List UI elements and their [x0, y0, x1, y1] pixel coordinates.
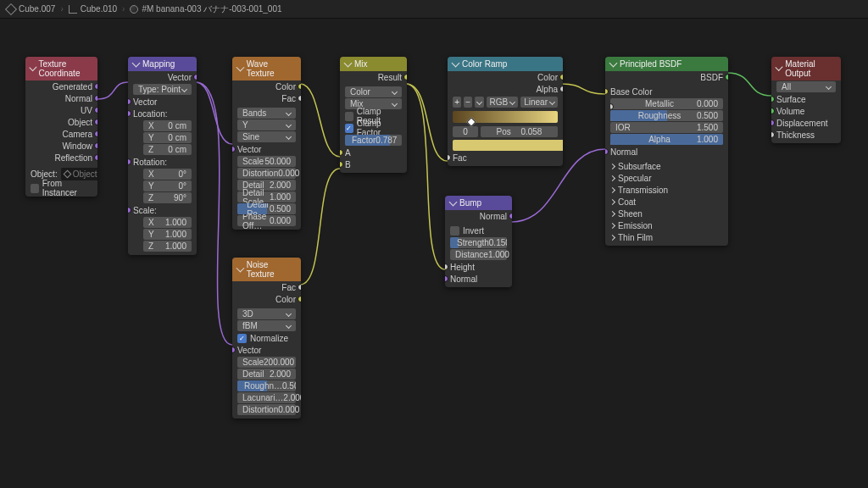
checkbox-icon[interactable]	[345, 124, 353, 133]
add-stop-button[interactable]: +	[453, 97, 461, 108]
rot-x[interactable]: X0°	[143, 169, 192, 180]
noise-scale[interactable]: Scale200.000	[237, 357, 296, 368]
output-fac[interactable]: Fac	[232, 92, 301, 104]
checkbox-icon[interactable]	[237, 334, 247, 343]
node-color-ramp[interactable]: Color Ramp Color Alpha + − RGB Linear 0 …	[448, 57, 563, 166]
noise-distortion[interactable]: Distortion0.000	[237, 404, 296, 415]
noise-lacunarity[interactable]: Lacunari…2.000	[237, 392, 296, 403]
group-specular[interactable]: Specular	[605, 172, 728, 184]
scl-y[interactable]: Y1.000	[143, 229, 192, 240]
wave-phase[interactable]: Phase Off…0.000	[237, 215, 296, 226]
node-noise-texture[interactable]: Noise Texture Fac Color 3D fBM Normalize…	[232, 258, 301, 419]
rot-y[interactable]: Y0°	[143, 180, 192, 191]
output-alpha[interactable]: Alpha	[448, 83, 563, 95]
ramp-gradient[interactable]	[453, 111, 558, 123]
breadcrumb-item[interactable]: Cube.010	[69, 4, 117, 14]
group-coat[interactable]: Coat	[605, 196, 728, 208]
node-header[interactable]: Wave Texture	[232, 57, 301, 80]
bump-distance[interactable]: Distance1.000	[450, 249, 507, 260]
loc-z[interactable]: Z0 cm	[143, 144, 192, 155]
wave-scale[interactable]: Scale50.000	[237, 156, 296, 167]
bands-select[interactable]: Bands	[237, 108, 296, 119]
group-sheen[interactable]: Sheen	[605, 208, 728, 219]
output-color[interactable]: Color	[232, 80, 301, 92]
ramp-menu-button[interactable]	[475, 97, 483, 108]
node-header[interactable]: Principled BSDF	[605, 57, 728, 71]
output-vector[interactable]: Vector	[128, 71, 197, 83]
datatype-select[interactable]: Color	[345, 86, 402, 97]
node-principled-bsdf[interactable]: Principled BSDF BSDF Base Color Metallic…	[605, 57, 728, 246]
output-result[interactable]: Result	[340, 71, 407, 83]
input-volume[interactable]: Volume	[771, 105, 841, 117]
bsdf-roughness[interactable]: Roughness0.500	[610, 110, 723, 121]
input-displacement[interactable]: Displacement	[771, 117, 841, 129]
stop-color-swatch[interactable]	[453, 140, 563, 151]
group-transmission[interactable]: Transmission	[605, 184, 728, 196]
output-generated[interactable]: Generated	[25, 80, 97, 92]
wave-distortion[interactable]: Distortion0.000	[237, 168, 296, 179]
loc-y[interactable]: Y0 cm	[143, 132, 192, 143]
color-mode-select[interactable]: RGB	[487, 97, 519, 108]
node-header[interactable]: Color Ramp	[448, 57, 563, 71]
output-normal[interactable]: Normal	[445, 210, 512, 222]
node-header[interactable]: Mapping	[128, 57, 197, 71]
input-height[interactable]: Height	[445, 261, 512, 273]
node-material-output[interactable]: Material Output All Surface Volume Displ…	[771, 57, 841, 143]
remove-stop-button[interactable]: −	[464, 97, 472, 108]
node-header[interactable]: Noise Texture	[232, 258, 301, 281]
input-vector[interactable]: Vector	[232, 143, 301, 155]
bsdf-ior[interactable]: IOR1.500	[610, 122, 723, 133]
input-a[interactable]: A	[340, 147, 407, 158]
scl-z[interactable]: Z1.000	[143, 241, 192, 252]
from-instancer-check[interactable]: From Instancer	[25, 182, 97, 194]
loc-x[interactable]: X0 cm	[143, 120, 192, 131]
wave-detail-roughness[interactable]: Detail Ro…0.500	[237, 203, 296, 214]
output-bsdf[interactable]: BSDF	[605, 71, 728, 83]
output-window[interactable]: Window	[25, 140, 97, 152]
stop-index[interactable]: 0	[453, 126, 478, 137]
rot-z[interactable]: Z90°	[143, 192, 192, 203]
node-texture-coordinate[interactable]: Texture Coordinate Generated Normal UV O…	[25, 57, 97, 197]
noise-roughness[interactable]: Roughn…0.500	[237, 380, 296, 391]
output-normal[interactable]: Normal	[25, 92, 97, 104]
output-camera[interactable]: Camera	[25, 128, 97, 140]
node-header[interactable]: Bump	[445, 196, 512, 210]
node-header[interactable]: Texture Coordinate	[25, 57, 97, 80]
input-thickness[interactable]: Thickness	[771, 129, 841, 141]
noise-detail[interactable]: Detail2.000	[237, 369, 296, 380]
input-normal[interactable]: Normal	[605, 146, 728, 158]
input-vector[interactable]: Vector	[128, 96, 197, 108]
dims-select[interactable]: 3D	[237, 308, 296, 319]
invert-check[interactable]: Invert	[445, 225, 512, 236]
node-wave-texture[interactable]: Wave Texture Color Fac Bands Y Sine Vect…	[232, 57, 301, 230]
mix-factor[interactable]: Factor0.787	[345, 135, 402, 146]
input-b[interactable]: B	[340, 158, 407, 170]
breadcrumb-item[interactable]: #M banana-003 バナナ-003-001_001	[130, 3, 281, 15]
output-fac[interactable]: Fac	[232, 281, 301, 293]
node-header[interactable]: Mix	[340, 57, 407, 71]
input-surface[interactable]: Surface	[771, 93, 841, 105]
input-fac[interactable]: Fac	[448, 152, 563, 164]
output-uv[interactable]: UV	[25, 104, 97, 116]
stop-pos[interactable]: Pos 0.058	[481, 126, 558, 137]
group-subsurface[interactable]: Subsurface	[605, 160, 728, 172]
type-select[interactable]: Type: Point	[133, 84, 192, 95]
direction-select[interactable]: Y	[237, 119, 296, 130]
input-base-color[interactable]: Base Color	[605, 86, 728, 97]
bump-strength[interactable]: Strength0.150	[450, 237, 507, 248]
wave-detail-scale[interactable]: Detail Scale1.000	[237, 191, 296, 202]
node-mix[interactable]: Mix Result Color Mix Clamp Result Clamp …	[340, 57, 407, 173]
node-header[interactable]: Material Output	[771, 57, 841, 80]
input-normal[interactable]: Normal	[445, 273, 512, 285]
output-color[interactable]: Color	[232, 293, 301, 305]
normalize-check[interactable]: Normalize	[232, 332, 301, 344]
checkbox-icon[interactable]	[345, 112, 353, 121]
type-select[interactable]: fBM	[237, 320, 296, 331]
output-color[interactable]: Color	[448, 71, 563, 83]
clamp-factor-check[interactable]: Clamp Factor	[340, 122, 407, 134]
node-mapping[interactable]: Mapping Vector Type: Point Vector Locati…	[128, 57, 197, 255]
node-canvas[interactable]: Texture Coordinate Generated Normal UV O…	[0, 19, 868, 488]
output-object[interactable]: Object	[25, 116, 97, 128]
bsdf-alpha[interactable]: Alpha1.000	[610, 134, 723, 145]
bsdf-metallic[interactable]: Metallic0.000	[610, 98, 723, 109]
